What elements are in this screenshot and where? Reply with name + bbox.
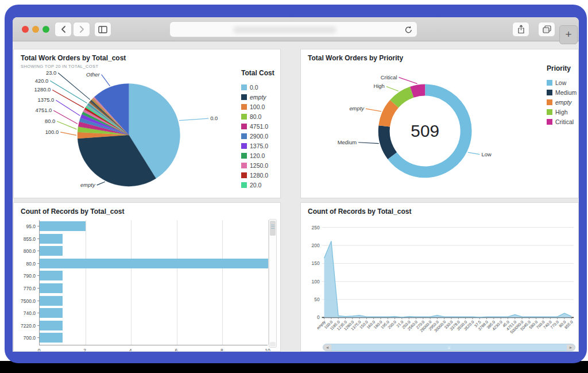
legend-swatch — [241, 153, 247, 159]
address-bar[interactable] — [169, 21, 417, 37]
bar[interactable] — [40, 321, 63, 330]
svg-text:0: 0 — [317, 314, 320, 320]
legend-swatch — [241, 114, 247, 120]
pie-chart[interactable]: 0.0empty100.080.04751.01375.01280.0420.0… — [14, 49, 280, 198]
legend-swatch — [241, 84, 247, 90]
axis-tick — [37, 325, 40, 326]
vertical-scrollbar-end-button[interactable] — [270, 342, 276, 347]
dashboard-content: Total Work Orders by Total_cost SHOWING … — [13, 41, 579, 352]
forward-button[interactable] — [73, 22, 90, 37]
panel-count-by-totalcost-area: Count of Records by Total_cost 250200150… — [300, 202, 579, 352]
bar-category-label: 700.0 — [14, 335, 36, 341]
legend-item[interactable]: empty — [241, 92, 274, 102]
legend-swatch — [547, 109, 552, 115]
bar[interactable] — [40, 283, 63, 293]
x-tick-label: 8 — [220, 348, 223, 352]
svg-text:23.0: 23.0 — [46, 70, 56, 76]
x-tick-label: 4 — [129, 348, 132, 352]
legend-label: 20.0 — [250, 182, 261, 189]
legend-item[interactable]: Low — [547, 78, 577, 87]
legend-items[interactable]: LowMediumemptyHighCritical — [547, 78, 577, 126]
vertical-scrollbar-thumb[interactable] — [270, 221, 276, 236]
share-button[interactable] — [512, 22, 529, 37]
bar[interactable] — [40, 259, 268, 268]
bar[interactable] — [40, 234, 63, 244]
legend-item[interactable]: 1250.0 — [241, 160, 274, 170]
vertical-scrollbar[interactable] — [269, 219, 277, 348]
svg-text:Other: Other — [86, 71, 100, 78]
donut-chart[interactable]: LowMediumemptyHighCritical509 — [301, 49, 578, 198]
sidebar-icon — [98, 26, 107, 33]
bar-category-label: 7500.0 — [14, 298, 36, 304]
browser-toolbar: + — [13, 17, 579, 41]
legend-swatch — [241, 143, 247, 149]
back-button[interactable] — [55, 22, 72, 37]
scroll-right-button[interactable]: ► — [567, 344, 575, 351]
bar[interactable] — [40, 246, 63, 256]
legend-swatch — [241, 163, 247, 168]
legend-label: 1280.0 — [250, 172, 268, 179]
legend-item[interactable]: High — [547, 107, 577, 117]
bar-category-label: 7220.0 — [14, 323, 36, 329]
scroll-left-button[interactable]: ◄ — [323, 344, 331, 351]
bar[interactable] — [40, 308, 63, 318]
legend-item[interactable]: 80.0 — [241, 111, 274, 121]
legend-item[interactable]: 2900.0 — [241, 131, 274, 141]
legend-label: Critical — [555, 118, 574, 125]
legend-item[interactable]: empty — [547, 97, 577, 107]
tabs-overview-button[interactable] — [538, 22, 555, 37]
legend-swatch — [547, 90, 552, 95]
browser-window: + Total Work Orders by Total_cost SHOWIN… — [13, 17, 579, 352]
bar[interactable] — [40, 221, 86, 231]
legend-item[interactable]: 20.0 — [241, 180, 274, 190]
bar[interactable] — [40, 271, 63, 280]
legend-item[interactable]: 4751.0 — [241, 121, 274, 131]
tabs-icon — [543, 25, 551, 33]
legend-item[interactable]: Critical — [547, 117, 577, 126]
legend-swatch — [241, 124, 247, 129]
area-chart[interactable]: 250200150100500empty100.01185.01235.0128… — [301, 203, 578, 351]
x-tick-label: 0 — [38, 348, 41, 352]
panel-count-by-totalcost-bar: Count of Records by Total_cost 95.0855.0… — [13, 202, 281, 352]
bar[interactable] — [40, 333, 63, 343]
legend-label: empty — [555, 99, 572, 106]
legend-item[interactable]: 1375.0 — [241, 141, 274, 151]
bar-category-label: 790.0 — [14, 273, 36, 279]
legend-swatch — [241, 133, 247, 139]
legend-priority: Priority LowMediumemptyHighCritical — [547, 64, 577, 126]
legend-label: Low — [555, 79, 566, 86]
svg-text:50: 50 — [314, 297, 320, 302]
panel-total-workorders-by-totalcost: Total Work Orders by Total_cost SHOWING … — [13, 49, 281, 198]
legend-item[interactable]: Medium — [547, 87, 577, 97]
legend-label: 120.0 — [250, 152, 265, 159]
legend-label: Medium — [555, 89, 577, 96]
minimize-button[interactable] — [32, 26, 39, 33]
bar-category-label: 800.0 — [14, 248, 36, 254]
new-tab-button[interactable]: + — [559, 25, 578, 44]
legend-total-cost: Total Cost 0.0empty100.080.04751.02900.0… — [241, 69, 274, 190]
svg-text:Medium: Medium — [338, 139, 357, 145]
legend-item[interactable]: 0.0 — [241, 82, 274, 92]
svg-text:High: High — [373, 83, 384, 89]
svg-text:Low: Low — [481, 151, 491, 157]
svg-text:empty: empty — [349, 105, 365, 111]
svg-text:420.0: 420.0 — [35, 78, 49, 84]
svg-text:100.0: 100.0 — [45, 129, 59, 135]
sidebar-toggle-button[interactable] — [94, 22, 111, 37]
svg-text:200: 200 — [312, 243, 320, 248]
close-button[interactable] — [22, 26, 29, 33]
bar[interactable] — [40, 296, 63, 306]
bar-chart[interactable] — [39, 220, 268, 345]
legend-items[interactable]: 0.0empty100.080.04751.02900.01375.0120.0… — [241, 82, 274, 190]
svg-text:Critical: Critical — [381, 74, 397, 80]
zoom-button[interactable] — [42, 26, 49, 33]
svg-text:855.0: 855.0 — [564, 320, 574, 329]
legend-item[interactable]: 1280.0 — [241, 170, 274, 180]
legend-item[interactable]: 120.0 — [241, 151, 274, 160]
axis-tick — [37, 226, 40, 226]
x-tick-label: 2 — [83, 348, 86, 352]
legend-item[interactable]: 100.0 — [241, 102, 274, 111]
horizontal-scrollbar[interactable]: ◄ ► ≡ — [323, 344, 575, 351]
svg-text:4751.0: 4751.0 — [36, 107, 52, 113]
reload-icon[interactable] — [404, 25, 413, 34]
